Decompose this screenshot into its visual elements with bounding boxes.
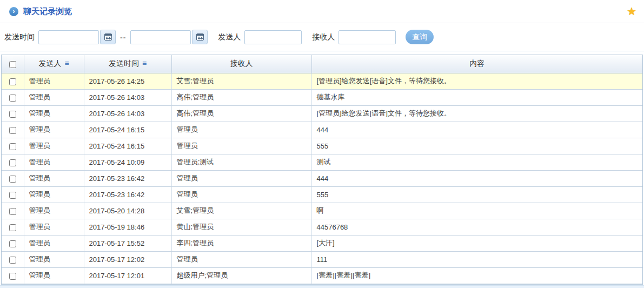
table-row[interactable]: 管理员2017-05-20 14:28艾雪;管理员啊 <box>2 203 642 219</box>
cell-receiver: 黄山;管理员 <box>171 219 311 235</box>
col-header-select <box>2 55 24 73</box>
date-to-input[interactable] <box>130 30 191 44</box>
row-checkbox[interactable] <box>9 127 16 134</box>
col-header-sender[interactable]: 发送人≡ <box>24 55 84 73</box>
row-checkbox-cell <box>2 73 24 89</box>
sender-label: 发送人 <box>218 32 241 42</box>
sender-input[interactable] <box>244 30 302 44</box>
cell-sender: 管理员 <box>24 219 84 235</box>
row-checkbox[interactable] <box>9 176 16 183</box>
cell-receiver: 艾雪;管理员 <box>171 73 311 89</box>
cell-sender: 管理员 <box>24 186 84 203</box>
favorite-star-icon[interactable]: ★ <box>627 6 636 17</box>
calendar-icon <box>104 33 112 41</box>
row-checkbox[interactable] <box>9 273 16 280</box>
row-checkbox-cell <box>2 138 24 154</box>
table-row[interactable]: 管理员2017-05-23 16:42管理员555 <box>2 186 642 203</box>
cell-content: [管理员]给您发送[语音]文件，等待您接收。 <box>311 73 642 89</box>
send-time-label: 发送时间 <box>4 32 35 42</box>
col-header-receiver-label: 接收人 <box>230 59 253 68</box>
row-checkbox[interactable] <box>9 257 16 264</box>
date-from-input[interactable] <box>38 30 99 44</box>
cell-sender: 管理员 <box>24 203 84 219</box>
cell-receiver: 管理员 <box>171 251 311 267</box>
cell-send-time: 2017-05-23 16:42 <box>84 186 171 203</box>
date-from-calendar-button[interactable] <box>100 30 116 44</box>
cell-send-time: 2017-05-26 14:03 <box>84 89 171 105</box>
row-checkbox[interactable] <box>9 192 16 199</box>
cell-content: [大汗] <box>311 235 642 251</box>
calendar-icon <box>196 33 204 41</box>
table-row[interactable]: 管理员2017-05-17 15:52李四;管理员[大汗] <box>2 235 642 251</box>
row-checkbox-cell <box>2 154 24 170</box>
table-row[interactable]: 管理员2017-05-24 16:15管理员444 <box>2 122 642 138</box>
row-checkbox-cell <box>2 251 24 267</box>
query-button[interactable]: 查询 <box>406 30 434 44</box>
row-checkbox[interactable] <box>9 111 16 118</box>
cell-sender: 管理员 <box>24 122 84 138</box>
cell-sender: 管理员 <box>24 170 84 186</box>
titlebar: › 聊天记录浏览 ★ <box>0 0 644 23</box>
cell-receiver: 艾雪;管理员 <box>171 203 311 219</box>
row-checkbox[interactable] <box>9 240 16 247</box>
row-checkbox[interactable] <box>9 208 16 215</box>
cell-receiver: 管理员 <box>171 122 311 138</box>
row-checkbox-cell <box>2 219 24 235</box>
receiver-label: 接收人 <box>312 32 335 42</box>
row-checkbox[interactable] <box>9 159 16 166</box>
cell-content: 测试 <box>311 154 642 170</box>
col-header-content-label: 内容 <box>469 59 484 68</box>
cell-content: 德基水库 <box>311 89 642 105</box>
cell-content: 111 <box>311 251 642 267</box>
chevron-glyph: › <box>13 8 15 15</box>
row-checkbox-cell <box>2 122 24 138</box>
cell-send-time: 2017-05-17 15:52 <box>84 235 171 251</box>
row-checkbox[interactable] <box>9 78 16 85</box>
table-row[interactable]: 管理员2017-05-26 14:03高伟;管理员德基水库 <box>2 89 642 105</box>
cell-receiver: 管理员 <box>171 186 311 203</box>
table-row[interactable]: 管理员2017-05-17 12:02管理员111 <box>2 251 642 267</box>
col-header-content: 内容 <box>311 55 642 73</box>
cell-send-time: 2017-05-24 16:15 <box>84 122 171 138</box>
cell-sender: 管理员 <box>24 73 84 89</box>
cell-content: 444 <box>311 122 642 138</box>
table-row[interactable]: 管理员2017-05-26 14:25艾雪;管理员[管理员]给您发送[语音]文件… <box>2 73 642 89</box>
row-checkbox-cell <box>2 170 24 186</box>
cell-receiver: 高伟;管理员 <box>171 89 311 105</box>
filter-bar: 发送时间 -- 发送人 接收人 查询 <box>0 23 644 51</box>
table-header-row: 发送人≡ 发送时间≡ 接收人 内容 <box>2 55 642 73</box>
cell-receiver: 管理员 <box>171 138 311 154</box>
cell-sender: 管理员 <box>24 251 84 267</box>
select-all-checkbox[interactable] <box>9 61 16 68</box>
row-checkbox-cell <box>2 267 24 284</box>
row-checkbox-cell <box>2 89 24 105</box>
page-title: 聊天记录浏览 <box>23 6 72 17</box>
cell-send-time: 2017-05-23 16:42 <box>84 170 171 186</box>
col-header-send-time[interactable]: 发送时间≡ <box>84 55 171 73</box>
row-checkbox-cell <box>2 203 24 219</box>
cell-send-time: 2017-05-20 14:28 <box>84 203 171 219</box>
col-header-receiver: 接收人 <box>171 55 311 73</box>
cell-content: 444 <box>311 170 642 186</box>
date-range-separator: -- <box>120 33 126 42</box>
col-header-send-time-label: 发送时间 <box>109 59 139 68</box>
table-row[interactable]: 管理员2017-05-23 16:42管理员444 <box>2 170 642 186</box>
row-checkbox-cell <box>2 105 24 122</box>
pagination-bar <box>0 285 644 288</box>
row-checkbox[interactable] <box>9 224 16 231</box>
cell-content: 555 <box>311 138 642 154</box>
col-header-sender-label: 发送人 <box>38 59 61 68</box>
table-row[interactable]: 管理员2017-05-24 10:09管理员;测试测试 <box>2 154 642 170</box>
table-row[interactable]: 管理员2017-05-26 14:03高伟;管理员[管理员]给您发送[语音]文件… <box>2 105 642 122</box>
row-checkbox[interactable] <box>9 143 16 150</box>
table-row[interactable]: 管理员2017-05-17 12:01超级用户;管理员[害羞][害羞][害羞] <box>2 267 642 284</box>
receiver-input[interactable] <box>338 30 396 44</box>
cell-content: [管理员]给您发送[语音]文件，等待您接收。 <box>311 105 642 122</box>
table-row[interactable]: 管理员2017-05-19 18:46黄山;管理员44576768 <box>2 219 642 235</box>
cell-sender: 管理员 <box>24 267 84 284</box>
cell-sender: 管理员 <box>24 154 84 170</box>
date-to-calendar-button[interactable] <box>192 30 208 44</box>
row-checkbox[interactable] <box>9 95 16 102</box>
table-row[interactable]: 管理员2017-05-24 16:15管理员555 <box>2 138 642 154</box>
row-checkbox-cell <box>2 235 24 251</box>
